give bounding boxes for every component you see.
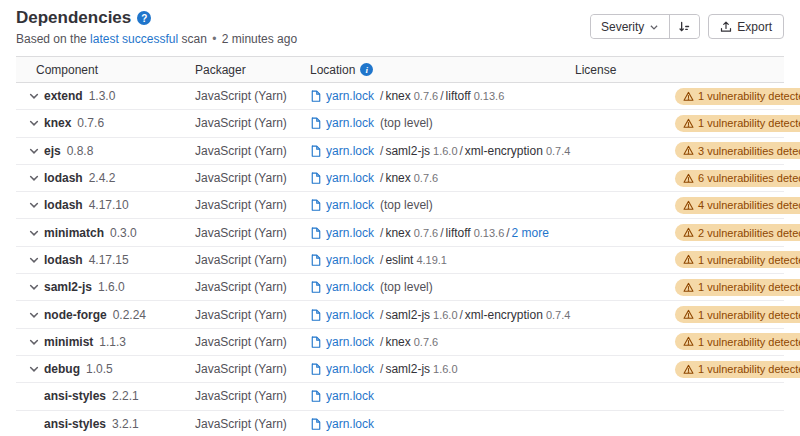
chevron-down-icon[interactable] [28, 281, 40, 293]
packager-label: JavaScript (Yarn) [195, 362, 310, 376]
component-name: ejs [44, 144, 61, 158]
latest-successful-link[interactable]: latest successful [90, 32, 178, 46]
location-file-link[interactable]: yarn.lock [326, 308, 374, 322]
component-cell: ejs 0.8.8 [28, 144, 195, 158]
badge-label: 4 vulnerabilities detected [698, 199, 800, 211]
column-header-license[interactable]: License [575, 63, 675, 77]
location-file-link[interactable]: yarn.lock [326, 280, 374, 294]
location-file-link[interactable]: yarn.lock [326, 226, 374, 240]
packager-label: JavaScript (Yarn) [195, 171, 310, 185]
badge-cell: 4 vulnerabilities detected [675, 197, 800, 214]
component-name: node-forge [44, 308, 107, 322]
warning-triangle-icon [683, 91, 694, 102]
path-separator: / [380, 226, 383, 240]
chevron-down-icon[interactable] [28, 90, 40, 102]
path-package-name: saml2-js [385, 308, 430, 322]
severity-dropdown[interactable]: Severity [591, 15, 670, 38]
document-icon [310, 254, 322, 266]
path-package-version: 0.7.4 [546, 145, 570, 157]
help-icon[interactable]: ? [137, 11, 151, 25]
column-header-packager[interactable]: Packager [195, 63, 310, 77]
packager-label: JavaScript (Yarn) [195, 116, 310, 130]
vulnerability-badge[interactable]: 1 vulnerability detected [675, 279, 800, 296]
chevron-down-icon[interactable] [28, 227, 40, 239]
component-cell: minimist 1.1.3 [28, 335, 195, 349]
vulnerability-badge[interactable]: 6 vulnerabilities detected [675, 170, 800, 187]
chevron-down-icon[interactable] [28, 117, 40, 129]
component-cell: saml2-js 1.6.0 [28, 280, 195, 294]
badge-label: 1 vulnerability detected [698, 254, 800, 266]
column-header-location[interactable]: Location i [310, 63, 575, 77]
vulnerability-badge[interactable]: 2 vulnerabilities detected [675, 224, 800, 241]
table-row: lodash 4.17.15 JavaScript (Yarn) yarn.lo… [16, 247, 784, 274]
component-version: 3.2.1 [112, 417, 139, 431]
path-separator: / [380, 362, 383, 376]
location-file-link[interactable]: yarn.lock [326, 144, 374, 158]
document-icon [310, 418, 322, 430]
chevron-down-icon[interactable] [28, 363, 40, 375]
badge-label: 3 vulnerabilities detected [698, 145, 800, 157]
location-file-link[interactable]: yarn.lock [326, 417, 374, 431]
location-file-link[interactable]: yarn.lock [326, 362, 374, 376]
location-cell: yarn.lock (top level) [310, 280, 575, 294]
location-cell: yarn.lock /saml2-js1.6.0/xml-encryption0… [310, 308, 575, 322]
location-file-link[interactable]: yarn.lock [326, 198, 374, 212]
badge-label: 1 vulnerability detected [698, 309, 800, 321]
component-name: lodash [44, 171, 83, 185]
vulnerability-badge[interactable]: 1 vulnerability detected [675, 333, 800, 350]
location-path: /saml2-js1.6.0 [378, 362, 457, 376]
vulnerability-badge[interactable]: 1 vulnerability detected [675, 115, 800, 132]
packager-label: JavaScript (Yarn) [195, 226, 310, 240]
component-cell: debug 1.0.5 [28, 362, 195, 376]
badge-label: 6 vulnerabilities detected [698, 172, 800, 184]
path-package-version: 0.7.4 [546, 309, 570, 321]
location-file-link[interactable]: yarn.lock [326, 116, 374, 130]
badge-cell: 1 vulnerability detected [675, 115, 800, 132]
path-package-version: 1.6.0 [433, 309, 457, 321]
location-file-link[interactable]: yarn.lock [326, 253, 374, 267]
location-file-link[interactable]: yarn.lock [326, 171, 374, 185]
path-separator: / [380, 335, 383, 349]
location-file-link[interactable]: yarn.lock [326, 335, 374, 349]
path-package-version: 0.13.6 [474, 227, 505, 239]
page-header: Dependencies ? Based on the latest succe… [0, 0, 800, 46]
vulnerability-badge[interactable]: 3 vulnerabilities detected [675, 142, 800, 159]
chevron-down-icon[interactable] [28, 336, 40, 348]
document-icon [310, 90, 322, 102]
component-name: minimist [44, 335, 93, 349]
location-file-link[interactable]: yarn.lock [326, 389, 374, 403]
badge-label: 1 vulnerability detected [698, 336, 800, 348]
warning-triangle-icon [683, 254, 694, 265]
table-body: extend 1.3.0 JavaScript (Yarn) yarn.lock… [16, 83, 784, 436]
chevron-down-icon[interactable] [28, 309, 40, 321]
location-path: /knex0.7.6 [378, 171, 438, 185]
location-path: (top level) [378, 280, 433, 294]
component-cell: ansi-styles 3.2.1 [28, 417, 195, 431]
top-level-label: (top level) [380, 116, 433, 130]
info-icon[interactable]: i [360, 63, 373, 76]
export-button[interactable]: Export [708, 14, 784, 39]
location-cell: yarn.lock /knex0.7.6/liftoff0.13.6 [310, 89, 575, 103]
chevron-down-icon[interactable] [28, 172, 40, 184]
sort-order-button[interactable] [670, 15, 699, 38]
chevron-down-icon[interactable] [28, 254, 40, 266]
document-icon [310, 145, 322, 157]
vulnerability-badge[interactable]: 1 vulnerability detected [675, 88, 800, 105]
vulnerability-badge[interactable]: 1 vulnerability detected [675, 361, 800, 378]
component-version: 1.1.3 [99, 335, 126, 349]
table-row: minimist 1.1.3 JavaScript (Yarn) yarn.lo… [16, 329, 784, 356]
warning-triangle-icon [683, 364, 694, 375]
more-locations-link[interactable]: 2 more [512, 226, 549, 240]
path-separator: / [380, 89, 383, 103]
chevron-down-icon[interactable] [28, 199, 40, 211]
location-cell: yarn.lock (top level) [310, 198, 575, 212]
chevron-down-icon[interactable] [28, 145, 40, 157]
badge-label: 1 vulnerability detected [698, 281, 800, 293]
component-cell: lodash 4.17.10 [28, 198, 195, 212]
path-package-version: 0.7.6 [414, 172, 438, 184]
vulnerability-badge[interactable]: 1 vulnerability detected [675, 306, 800, 323]
location-file-link[interactable]: yarn.lock [326, 89, 374, 103]
column-header-component[interactable]: Component [28, 63, 195, 77]
vulnerability-badge[interactable]: 4 vulnerabilities detected [675, 197, 800, 214]
vulnerability-badge[interactable]: 1 vulnerability detected [675, 251, 800, 268]
